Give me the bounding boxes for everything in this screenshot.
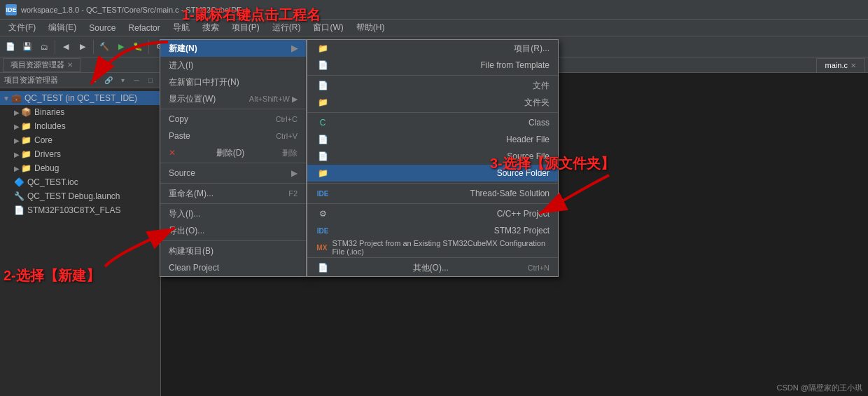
ctx-rename[interactable]: 重命名(M)... F2 [160, 185, 306, 202]
ctx-show-location[interactable]: 显示位置(W) Alt+Shift+W ▶ [160, 90, 306, 107]
tb-debug[interactable]: 🐛 [130, 39, 146, 55]
ctx2-thread-safe[interactable]: IDE Thread-Safe Solution [307, 185, 558, 202]
menu-refactor[interactable]: Refactor [122, 22, 165, 34]
ctx-open-new-window-label: 在新窗口中打开(N) [169, 76, 239, 88]
ctx2-cpp-project-icon: ⚙ [316, 209, 330, 219]
tb-build[interactable]: 🔨 [97, 39, 112, 55]
ctx-rename-label: 重命名(M)... [169, 188, 214, 200]
menu-source[interactable]: Source [83, 22, 121, 34]
ctx-clean[interactable]: Clean Project [160, 259, 306, 276]
ctx-rename-shortcut: F2 [288, 189, 298, 198]
tree-debug[interactable]: ▶ 📁 Debug [0, 161, 160, 175]
ctx2-file-template[interactable]: 📄 File from Template [307, 57, 558, 74]
ctx2-header-file[interactable]: 📄 Header File [307, 131, 558, 148]
menu-file[interactable]: 文件(F) [3, 20, 41, 35]
ctx2-file[interactable]: 📄 文件 [307, 77, 558, 94]
menu-bar: 文件(F) 编辑(E) Source Refactor 导航 搜索 项目(P) … [0, 20, 868, 36]
ctx-build[interactable]: 构建项目(B) [160, 243, 306, 259]
ctx-copy[interactable]: Copy Ctrl+C [160, 111, 306, 128]
tree-core-arrow: ▶ [14, 137, 20, 144]
ctx-open-new-window[interactable]: 在新窗口中打开(N) [160, 74, 306, 90]
tb-sep2 [93, 40, 94, 54]
tree-binaries[interactable]: ▶ 📦 Binaries [0, 105, 160, 119]
tree-debug-label: Debug [34, 163, 59, 173]
tree-root-label: QC_TEST (in QC_TEST_IDE) [24, 93, 137, 103]
ctx2-stm32-project-icon: IDE [316, 227, 330, 235]
ctx2-class-icon: C [316, 118, 330, 128]
code-tab-main[interactable]: main.c ✕ [816, 58, 865, 72]
panel-tab-explorer[interactable]: 项目资源管理器 ✕ [3, 58, 80, 72]
ctx2-file-icon: 📄 [316, 81, 330, 90]
tb-back[interactable]: ◀ [58, 39, 74, 55]
ctx-new[interactable]: 新建(N) ▶ [160, 40, 306, 57]
ctx-export[interactable]: 导出(O)... [160, 222, 306, 239]
ctx-delete[interactable]: ✕ 删除(D) 删除 [160, 144, 306, 161]
tb-new[interactable]: 📄 [3, 39, 18, 55]
tree-binaries-icon: 📦 [21, 107, 31, 117]
ctx2-cpp-project[interactable]: ⚙ C/C++ Project [307, 205, 558, 222]
explorer-min-icon[interactable]: ─ [131, 75, 142, 86]
ctx-source[interactable]: Source ▶ [160, 165, 306, 182]
tb-save[interactable]: 💾 [20, 39, 35, 55]
tree-launch[interactable]: 🔧 QC_TEST Debug.launch [0, 189, 160, 203]
explorer-menu-icon[interactable]: ▾ [117, 75, 128, 86]
tree-root-icon: 💼 [11, 93, 22, 103]
bottom-bar: CSDN @隔壁家的王小琪 [771, 380, 868, 396]
panel-tab-label: 项目资源管理器 [10, 60, 64, 70]
ctx2-folder[interactable]: 📁 文件夹 [307, 94, 558, 111]
ctx2-project[interactable]: 📁 项目(R)... [307, 40, 558, 57]
tree-ioc-label: QC_TEST.ioc [27, 177, 78, 187]
ctx-delete-icon-area: ✕ [169, 148, 176, 158]
ctx-source-arrow: ▶ [291, 168, 298, 178]
project-tree: ▼ 💼 QC_TEST (in QC_TEST_IDE) ▶ 📦 Binarie… [0, 88, 160, 220]
ctx-delete-label: 删除(D) [216, 147, 245, 159]
ctx-sep3 [160, 183, 306, 184]
link-with-editor-icon[interactable]: 🔗 [103, 75, 114, 86]
code-tab-close[interactable]: ✕ [850, 62, 856, 69]
explorer-header: 项目资源管理器 ≡ 🔗 ▾ ─ □ [0, 73, 160, 88]
ctx-import-label: 导入(I)... [169, 208, 200, 220]
tree-binaries-label: Binaries [34, 107, 64, 117]
ctx2-class[interactable]: C Class [307, 114, 558, 131]
ctx-enter[interactable]: 进入(I) [160, 57, 306, 74]
tb-saveall[interactable]: 🗂 [36, 39, 52, 55]
tree-core[interactable]: ▶ 📁 Core [0, 133, 160, 147]
tb-fwd[interactable]: ▶ [75, 39, 90, 55]
tree-ioc[interactable]: 🔷 QC_TEST.ioc [0, 175, 160, 189]
ctx2-sep4 [307, 203, 558, 204]
tree-root[interactable]: ▼ 💼 QC_TEST (in QC_TEST_IDE) [0, 91, 160, 105]
ctx2-stm32-from-ioc[interactable]: MX STM32 Project from an Existing STM32C… [307, 239, 558, 256]
tree-drivers[interactable]: ▶ 📁 Drivers [0, 147, 160, 161]
ctx-import[interactable]: 导入(I)... [160, 205, 306, 222]
title-bar: IDE workspace_1.8.0 - QC_TEST/Core/Src/m… [0, 0, 868, 20]
ctx2-stm32-project[interactable]: IDE STM32 Project [307, 222, 558, 239]
ctx2-other-shortcut: Ctrl+N [528, 264, 550, 272]
ctx-sep2 [160, 163, 306, 163]
tree-flash-label: STM32F103C8TX_FLAS [27, 205, 120, 215]
explorer-title: 项目资源管理器 [4, 75, 86, 86]
tb-run[interactable]: ▶ [113, 39, 129, 55]
menu-edit[interactable]: 编辑(E) [43, 20, 82, 35]
menu-help[interactable]: 帮助(H) [351, 20, 391, 35]
tree-core-icon: 📁 [21, 135, 31, 145]
tree-drivers-arrow: ▶ [14, 151, 20, 158]
ctx2-stm32-from-ioc-icon: MX [316, 244, 328, 252]
ctx-paste[interactable]: Paste Ctrl+V [160, 128, 306, 144]
tree-includes-arrow: ▶ [14, 123, 20, 130]
explorer-max-icon[interactable]: □ [145, 75, 156, 86]
tree-includes[interactable]: ▶ 📁 Includes [0, 119, 160, 133]
ctx2-other-icon: 📄 [316, 263, 330, 273]
panel-tab-close[interactable]: ✕ [67, 61, 73, 69]
ctx2-thread-safe-label: Thread-Safe Solution [470, 189, 550, 198]
code-tab-label: main.c [825, 61, 848, 69]
ctx2-sep2 [307, 112, 558, 113]
project-explorer-panel: 项目资源管理器 ≡ 🔗 ▾ ─ □ ▼ 💼 QC_TEST (in QC_TES… [0, 73, 161, 396]
ctx-source-label: Source [169, 168, 195, 178]
collapse-all-icon[interactable]: ≡ [89, 75, 100, 86]
ctx2-other[interactable]: 📄 其他(O)... Ctrl+N [307, 259, 558, 276]
tb-sep1 [55, 40, 55, 54]
tree-debug-icon: 📁 [21, 163, 31, 173]
tree-includes-label: Includes [34, 121, 66, 131]
ctx-new-label: 新建(N) [169, 43, 197, 55]
tree-flash[interactable]: 📄 STM32F103C8TX_FLAS [0, 203, 160, 217]
